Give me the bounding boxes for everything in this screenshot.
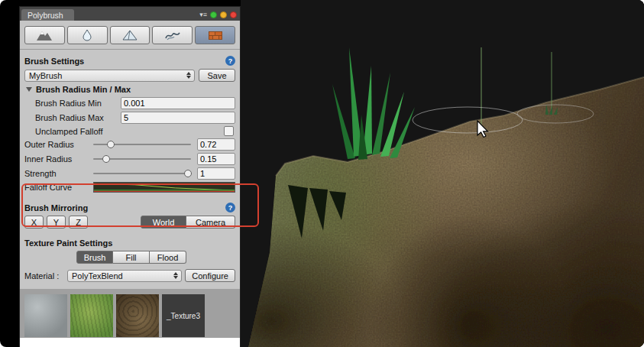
strength-label: Strength	[24, 169, 93, 178]
mirror-space-world-button[interactable]: World	[141, 216, 186, 229]
texture-slot-0[interactable]	[24, 294, 67, 338]
brush-mirroring-help-icon[interactable]: ?	[225, 203, 235, 212]
falloff-curve-preview	[94, 183, 235, 192]
outer-radius-label: Outer Radius	[24, 140, 93, 149]
texture-slot-3[interactable]: _Texture3	[162, 294, 205, 338]
brush-preset-dropdown[interactable]: MyBrush	[24, 70, 195, 82]
pane-menu-icon[interactable]: ▾≡	[199, 11, 207, 18]
brush-preset-value: MyBrush	[29, 71, 186, 80]
falloff-curve-label: Falloff Curve	[24, 183, 93, 192]
window-close-button[interactable]	[230, 11, 237, 18]
brush-settings-title: Brush Settings	[24, 57, 84, 66]
material-label: Material :	[24, 271, 67, 281]
texture-thumbnail-empty[interactable]: _Texture3	[162, 294, 205, 337]
mirror-x-button[interactable]: X	[24, 216, 44, 229]
strength-slider[interactable]	[93, 168, 191, 179]
bricks-icon	[207, 29, 224, 41]
window-titlebar: Polybrush ▾≡	[20, 7, 240, 21]
brush-settings-help-icon[interactable]: ?	[225, 56, 235, 66]
texture-palette: _Texture3	[20, 289, 240, 338]
panel-bottom-margin	[20, 338, 240, 347]
brush-mirroring-header: Brush Mirroring ?	[24, 202, 235, 213]
chevron-up-down-icon	[186, 72, 193, 79]
panel-body: Brush Settings ? MyBrush Save Brush Radi…	[20, 21, 240, 338]
paint-mode-fill-button[interactable]: Fill	[113, 251, 150, 264]
mirror-space-camera-button[interactable]: Camera	[186, 216, 235, 229]
texture-thumbnail-grass[interactable]	[70, 294, 113, 337]
mirror-z-button[interactable]: Z	[69, 216, 88, 229]
slider-knob[interactable]	[102, 155, 110, 163]
save-button[interactable]: Save	[199, 69, 235, 82]
falloff-curve-field[interactable]	[93, 182, 235, 193]
brush-radius-max-field[interactable]	[121, 112, 235, 124]
tool-color-button[interactable]	[110, 26, 150, 44]
brush-radius-min-label: Brush Radius Min	[35, 99, 121, 108]
inner-radius-row: Inner Radius	[24, 153, 235, 165]
brush-radius-foldout-label: Brush Radius Min / Max	[36, 85, 131, 94]
mirror-y-button[interactable]: Y	[47, 216, 66, 229]
outer-radius-field[interactable]	[197, 138, 235, 151]
screenshot-root: Polybrush ▾≡	[0, 0, 644, 347]
unclamped-falloff-row: Unclamped Falloff	[24, 126, 235, 136]
brush-radius-min-row: Brush Radius Min	[24, 97, 235, 109]
material-row: Material : PolyTexBlend Configure	[24, 269, 235, 282]
brush-mirroring-title: Brush Mirroring	[24, 203, 88, 212]
texture-slot-2[interactable]	[116, 294, 159, 338]
window-zoom-button[interactable]	[220, 11, 227, 18]
falloff-curve-row: Falloff Curve	[24, 182, 235, 193]
unclamped-falloff-label: Unclamped Falloff	[35, 127, 102, 136]
slider-knob[interactable]	[107, 141, 115, 148]
tool-mode-toolbar	[24, 26, 235, 44]
foldout-arrow-icon	[26, 87, 32, 92]
window-minimize-button[interactable]	[210, 11, 217, 18]
tool-sculpt-button[interactable]	[24, 26, 65, 44]
scene-canvas[interactable]	[241, 0, 644, 347]
scene-view[interactable]	[241, 0, 644, 347]
texture-slot-1[interactable]	[70, 294, 113, 338]
brush-settings-header: Brush Settings ?	[24, 55, 235, 66]
polybrush-panel: Polybrush ▾≡	[19, 6, 241, 347]
brush-preset-row: MyBrush Save	[24, 69, 235, 82]
material-value: PolyTexBlend	[72, 271, 173, 281]
toolbar-divider	[20, 49, 240, 50]
mirror-controls-row: X Y Z World Camera	[24, 216, 235, 229]
strength-field[interactable]	[197, 167, 235, 180]
brush-radius-max-label: Brush Radius Max	[35, 113, 121, 122]
material-dropdown[interactable]: PolyTexBlend	[67, 270, 182, 282]
paint-mode-brush-button[interactable]: Brush	[76, 251, 113, 264]
slider-knob[interactable]	[184, 170, 192, 177]
tool-smooth-button[interactable]	[67, 26, 108, 44]
prism-icon	[121, 29, 138, 41]
texture-paint-header: Texture Paint Settings	[24, 237, 235, 248]
inner-radius-label: Inner Radius	[24, 154, 93, 164]
droplet-icon	[79, 29, 95, 41]
outer-radius-slider[interactable]	[93, 139, 191, 150]
brush-radius-foldout[interactable]: Brush Radius Min / Max	[24, 84, 235, 95]
tool-scatter-button[interactable]	[152, 26, 193, 44]
inner-radius-field[interactable]	[197, 153, 235, 165]
outer-radius-row: Outer Radius	[24, 138, 235, 151]
strength-row: Strength	[24, 167, 235, 180]
mirror-space-segmented: World Camera	[141, 216, 235, 229]
chevron-up-down-icon	[173, 272, 180, 279]
inner-radius-slider[interactable]	[93, 154, 191, 164]
mountain-icon	[36, 29, 53, 41]
configure-button[interactable]: Configure	[185, 269, 235, 282]
wave-icon	[164, 29, 181, 41]
paint-mode-segmented: Brush Fill Flood	[76, 251, 235, 264]
window-tab-polybrush[interactable]: Polybrush	[21, 9, 74, 21]
texture-thumbnail-concrete[interactable]	[24, 294, 67, 337]
texture-paint-title: Texture Paint Settings	[24, 238, 112, 248]
unclamped-falloff-checkbox[interactable]	[224, 126, 234, 136]
brush-radius-max-row: Brush Radius Max	[24, 112, 235, 124]
slider-track[interactable]	[93, 173, 191, 174]
tool-texture-button[interactable]	[195, 26, 235, 44]
brush-radius-min-field[interactable]	[121, 97, 235, 109]
texture-thumbnail-dirt[interactable]	[116, 294, 159, 337]
paint-mode-flood-button[interactable]: Flood	[150, 251, 186, 264]
